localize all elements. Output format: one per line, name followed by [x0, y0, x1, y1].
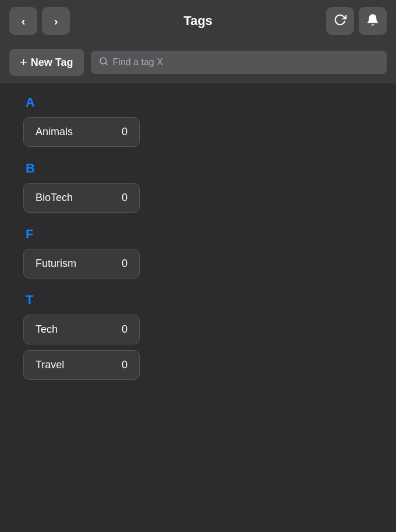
tag-item[interactable]: Travel0 [23, 350, 140, 380]
section-letter: F [23, 227, 373, 242]
header-actions [326, 7, 387, 35]
tag-count: 0 [122, 192, 128, 204]
page-title: Tags [70, 13, 326, 29]
tag-count: 0 [122, 258, 128, 270]
header: ‹ › Tags [0, 0, 396, 42]
tags-content: AAnimals0BBioTech0FFuturism0TTech0Travel… [0, 83, 396, 532]
refresh-icon [334, 13, 346, 29]
section-letter: T [23, 293, 373, 308]
svg-line-1 [105, 63, 107, 65]
tag-count: 0 [122, 323, 128, 336]
tag-count: 0 [122, 359, 128, 371]
section-letter: A [23, 95, 373, 110]
notification-button[interactable] [359, 7, 387, 35]
nav-buttons: ‹ › [9, 7, 70, 35]
tag-section-t: TTech0Travel0 [23, 293, 373, 380]
tag-name: Animals [36, 126, 73, 138]
bell-icon [366, 13, 379, 29]
back-icon: ‹ [22, 15, 26, 28]
tag-list: Animals0 [23, 117, 373, 147]
refresh-button[interactable] [326, 7, 354, 35]
tag-item[interactable]: BioTech0 [23, 183, 140, 213]
tag-section-a: AAnimals0 [23, 95, 373, 147]
tag-name: Futurism [36, 258, 76, 270]
tag-item[interactable]: Animals0 [23, 117, 140, 147]
forward-icon: › [54, 15, 58, 28]
tag-list: Tech0Travel0 [23, 315, 373, 380]
search-container [91, 51, 387, 74]
tag-item[interactable]: Tech0 [23, 315, 140, 344]
tag-list: BioTech0 [23, 183, 373, 213]
tag-section-f: FFuturism0 [23, 227, 373, 279]
toolbar: + New Tag [0, 42, 396, 83]
tag-name: BioTech [36, 192, 73, 204]
tag-item[interactable]: Futurism0 [23, 249, 140, 279]
tag-count: 0 [122, 126, 128, 138]
new-tag-button[interactable]: + New Tag [9, 49, 84, 76]
forward-button[interactable]: › [42, 7, 70, 35]
back-button[interactable]: ‹ [9, 7, 37, 35]
section-letter: B [23, 161, 373, 176]
search-input[interactable] [113, 57, 379, 68]
search-icon [99, 57, 108, 68]
tag-section-b: BBioTech0 [23, 161, 373, 213]
new-tag-label: New Tag [31, 57, 73, 69]
plus-icon: + [20, 55, 27, 70]
tag-name: Tech [36, 323, 58, 336]
tag-list: Futurism0 [23, 249, 373, 279]
tag-name: Travel [36, 359, 64, 371]
